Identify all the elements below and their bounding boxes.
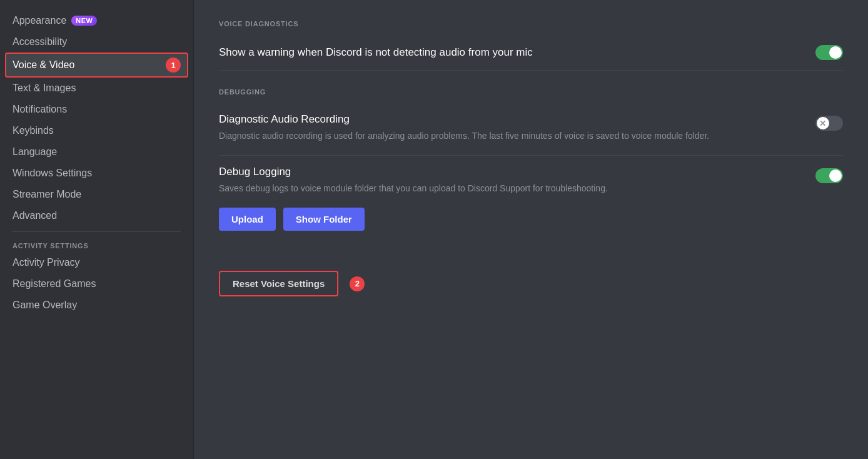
- sidebar: Appearance NEW Accessibility Voice & Vid…: [0, 0, 194, 459]
- sidebar-item-advanced[interactable]: Advanced: [5, 205, 188, 226]
- sidebar-item-label: Advanced: [13, 210, 57, 221]
- sidebar-item-text-images[interactable]: Text & Images: [5, 78, 188, 99]
- sidebar-item-registered-games[interactable]: Registered Games: [5, 273, 188, 295]
- diagnostic-text-block: Diagnostic Audio Recording Diagnostic au…: [219, 113, 815, 143]
- sidebar-item-keybinds[interactable]: Keybinds: [5, 120, 188, 141]
- sidebar-item-label: Activity Privacy: [13, 257, 80, 268]
- sidebar-item-streamer-mode[interactable]: Streamer Mode: [5, 184, 188, 205]
- warning-setting-row: Show a warning when Discord is not detec…: [219, 35, 843, 71]
- warning-title: Show a warning when Discord is not detec…: [219, 46, 815, 59]
- sidebar-divider: [13, 231, 181, 232]
- sidebar-item-windows-settings[interactable]: Windows Settings: [5, 163, 188, 184]
- show-folder-button[interactable]: Show Folder: [283, 208, 365, 231]
- step-badge-1: 1: [166, 58, 181, 73]
- debug-logging-toggle[interactable]: ✓ ✕: [815, 168, 843, 183]
- sidebar-item-label: Keybinds: [13, 125, 54, 136]
- debug-logging-desc: Saves debug logs to voice module folder …: [219, 182, 782, 195]
- debug-button-row: Upload Show Folder: [219, 208, 815, 231]
- toggle-check-icon: ✓: [834, 48, 840, 57]
- sidebar-item-label: Windows Settings: [13, 168, 92, 179]
- debugging-label: DEBUGGING: [219, 88, 843, 96]
- warning-text-block: Show a warning when Discord is not detec…: [219, 46, 815, 59]
- reset-section: Reset Voice Settings 2: [219, 258, 843, 296]
- new-badge: NEW: [71, 16, 97, 26]
- sidebar-item-appearance[interactable]: Appearance NEW: [5, 10, 188, 31]
- sidebar-item-label: Game Overlay: [13, 300, 77, 311]
- activity-settings-label: ACTIVITY SETTINGS: [5, 237, 188, 252]
- sidebar-item-accessibility[interactable]: Accessibility: [5, 31, 188, 53]
- debug-logging-title: Debug Logging: [219, 166, 815, 178]
- sidebar-item-label: Appearance: [13, 15, 66, 26]
- diagnostic-title: Diagnostic Audio Recording: [219, 113, 815, 126]
- debug-logging-text: Debug Logging Saves debug logs to voice …: [219, 166, 815, 231]
- sidebar-item-game-overlay[interactable]: Game Overlay: [5, 295, 188, 316]
- sidebar-item-label: Notifications: [13, 104, 67, 115]
- reset-btn-wrapper: Reset Voice Settings 2: [219, 271, 365, 296]
- debug-logging-row: Debug Logging Saves debug logs to voice …: [219, 156, 843, 236]
- sidebar-item-label: Accessibility: [13, 36, 67, 48]
- voice-diagnostics-label: VOICE DIAGNOSTICS: [219, 20, 843, 28]
- sidebar-item-language[interactable]: Language: [5, 141, 188, 163]
- sidebar-item-label: Registered Games: [13, 278, 96, 290]
- sidebar-item-label: Language: [13, 146, 57, 158]
- warning-toggle[interactable]: ✓ ✕: [815, 45, 843, 60]
- sidebar-item-voice-video[interactable]: Voice & Video 1: [5, 53, 188, 78]
- diagnostic-toggle[interactable]: ✓ ✕: [815, 116, 843, 131]
- main-content: VOICE DIAGNOSTICS Show a warning when Di…: [194, 0, 868, 459]
- sidebar-item-label: Text & Images: [13, 83, 76, 94]
- toggle-x-icon-diag: ✕: [819, 119, 826, 128]
- toggle-check-icon-debug: ✓: [834, 171, 840, 180]
- sidebar-item-activity-privacy[interactable]: Activity Privacy: [5, 252, 188, 273]
- sidebar-item-label: Voice & Video: [13, 59, 74, 71]
- sidebar-item-label: Streamer Mode: [13, 189, 81, 200]
- diagnostic-desc: Diagnostic audio recording is used for a…: [219, 129, 782, 143]
- voice-diagnostics-section: VOICE DIAGNOSTICS Show a warning when Di…: [219, 20, 843, 71]
- reset-voice-settings-button[interactable]: Reset Voice Settings: [219, 271, 338, 296]
- diagnostic-setting-row: Diagnostic Audio Recording Diagnostic au…: [219, 103, 843, 156]
- upload-button[interactable]: Upload: [219, 208, 276, 231]
- step-badge-2: 2: [350, 276, 365, 291]
- sidebar-item-notifications[interactable]: Notifications: [5, 99, 188, 120]
- debugging-section: DEBUGGING Diagnostic Audio Recording Dia…: [219, 88, 843, 236]
